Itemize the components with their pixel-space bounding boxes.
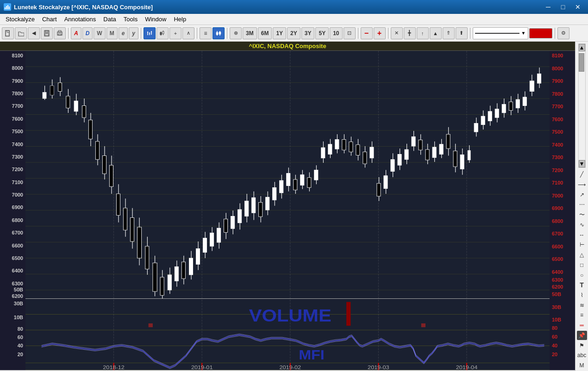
- svg-text:7700: 7700: [12, 103, 23, 109]
- draw-text-tool[interactable]: T: [577, 280, 587, 290]
- draw-pin-tool[interactable]: 📌: [577, 331, 587, 340]
- svg-rect-28: [219, 32, 221, 34]
- annotation-D[interactable]: D: [82, 27, 93, 39]
- zoom-in-button[interactable]: +: [374, 27, 386, 39]
- menu-stockalyze[interactable]: Stockalyze: [2, 15, 38, 24]
- draw-lines-tool[interactable]: ≡: [577, 311, 587, 320]
- range-button[interactable]: ⊡: [344, 27, 356, 39]
- menu-data[interactable]: Data: [100, 15, 119, 24]
- svg-rect-79: [50, 86, 54, 95]
- draw-ray-tool[interactable]: ⟶: [577, 180, 587, 189]
- open-button[interactable]: [15, 27, 27, 39]
- svg-text:6200: 6200: [12, 293, 23, 299]
- price-6400: 6400: [552, 269, 563, 275]
- draw-abc-tool[interactable]: abc: [577, 351, 587, 360]
- color-picker[interactable]: [529, 28, 552, 38]
- svg-rect-141: [273, 188, 276, 200]
- svg-rect-20: [163, 31, 164, 34]
- draw-zigzag-tool[interactable]: ∿: [577, 220, 587, 229]
- annotation-e[interactable]: e: [119, 27, 128, 39]
- timeframe-10[interactable]: 10: [330, 27, 342, 39]
- svg-text:30B: 30B: [14, 301, 23, 306]
- draw-fib-tool[interactable]: ⌇: [577, 291, 587, 300]
- timeframe-2y[interactable]: 2Y: [287, 27, 300, 39]
- crosshair-button[interactable]: ✕: [391, 27, 403, 39]
- maximize-button[interactable]: □: [557, 2, 569, 12]
- draw-dotted-tool[interactable]: ⋯: [577, 200, 587, 210]
- chart-type-arrow[interactable]: ∧: [182, 27, 194, 39]
- indicator-button4[interactable]: ⬆: [456, 27, 468, 39]
- svg-rect-89: [88, 120, 92, 139]
- draw-arrow-tool[interactable]: ↗: [577, 190, 587, 199]
- timeframe-5y[interactable]: 5Y: [315, 27, 329, 39]
- timeframe-1y[interactable]: 1Y: [273, 27, 286, 39]
- chart-type-5[interactable]: ≡: [200, 27, 212, 39]
- price-6500: 6500: [552, 256, 563, 262]
- line-style-dropdown[interactable]: ▼: [473, 27, 528, 39]
- svg-rect-191: [446, 134, 450, 148]
- draw-hline-tool[interactable]: ═: [577, 321, 587, 330]
- save-button[interactable]: [41, 27, 53, 39]
- settings-button[interactable]: ⚙: [557, 27, 569, 39]
- svg-rect-155: [321, 148, 325, 158]
- timeframe-3y[interactable]: 3Y: [301, 27, 315, 39]
- back-button[interactable]: ◀: [28, 27, 40, 39]
- vertical-scrollbar[interactable]: ▲ ▼: [578, 43, 586, 168]
- price-6700: 6700: [552, 231, 563, 236]
- draw-triangle-tool[interactable]: △: [577, 250, 587, 260]
- svg-rect-147: [294, 179, 297, 190]
- annotation-W[interactable]: W: [94, 27, 105, 39]
- svg-text:6800: 6800: [12, 217, 23, 223]
- draw-line-tool[interactable]: ╱: [577, 170, 587, 179]
- menu-annotations[interactable]: Annotations: [61, 15, 100, 24]
- chart-type-hlc[interactable]: [213, 27, 225, 39]
- svg-rect-87: [82, 105, 86, 117]
- v-scroll-up[interactable]: ▲: [579, 44, 585, 51]
- menu-tools[interactable]: Tools: [120, 15, 141, 24]
- svg-rect-193: [453, 151, 457, 167]
- x-label-apr: 2019-04: [456, 365, 478, 370]
- draw-wave-tool[interactable]: ≋: [577, 301, 587, 310]
- menu-help[interactable]: Help: [170, 15, 190, 24]
- draw-rect-tool[interactable]: □: [577, 260, 587, 270]
- annotation-A[interactable]: A: [71, 27, 81, 39]
- close-button[interactable]: ✕: [571, 2, 584, 12]
- chart-area[interactable]: 2018-12 2019-01 2019-02 2019-03 2019-04 …: [25, 51, 550, 370]
- svg-text:6900: 6900: [12, 204, 23, 210]
- draw-flag-tool[interactable]: ⚑: [577, 341, 587, 350]
- cursor-button[interactable]: ╋: [404, 27, 416, 39]
- print-button[interactable]: [54, 27, 66, 39]
- chart-type-bar[interactable]: [144, 27, 156, 39]
- zoom-out-button[interactable]: −: [361, 27, 373, 39]
- svg-rect-195: [460, 155, 464, 169]
- draw-ruler-tool[interactable]: ⊢: [577, 240, 587, 249]
- chart-container: ^IXIC, NASDAQ Composite 8100800079007800…: [0, 42, 575, 371]
- svg-rect-145: [287, 173, 290, 186]
- right-sidebar: ▲ ▼ ╱ ⟶ ↗ ⋯ 〜 ∿ ↔ ⊢ △ □ ○ T ⌇ ≋ ≡ ═ 📌 ⚑ …: [575, 42, 588, 371]
- compare-button[interactable]: ⊕: [230, 27, 242, 39]
- draw-label-tool[interactable]: M: [577, 361, 587, 370]
- svg-rect-219: [346, 302, 350, 326]
- new-button[interactable]: [2, 27, 14, 39]
- v-scroll-down[interactable]: ▼: [579, 160, 585, 167]
- chart-type-candle[interactable]: [156, 27, 169, 39]
- chart-type-plus[interactable]: +: [169, 27, 181, 39]
- draw-curve-tool[interactable]: 〜: [577, 210, 587, 219]
- draw-ellipse-tool[interactable]: ○: [577, 271, 587, 280]
- svg-rect-26: [216, 32, 218, 35]
- svg-rect-95: [109, 165, 113, 186]
- svg-rect-197: [468, 150, 470, 160]
- minimize-button[interactable]: ─: [542, 2, 555, 12]
- annotation-M[interactable]: M: [106, 27, 118, 39]
- menu-chart[interactable]: Chart: [38, 15, 61, 24]
- draw-long-tool[interactable]: ↔: [577, 230, 587, 240]
- timeframe-6m[interactable]: 6M: [258, 27, 272, 39]
- svg-rect-1: [6, 6, 7, 9]
- timeframe-3m[interactable]: 3M: [243, 27, 257, 39]
- indicator-button2[interactable]: ▲: [430, 27, 442, 39]
- menu-window[interactable]: Window: [141, 15, 170, 24]
- indicator-button1[interactable]: ↑: [417, 27, 429, 39]
- indicator-button3[interactable]: ⇑: [443, 27, 455, 39]
- v-scroll-thumb[interactable]: [579, 53, 584, 72]
- annotation-y[interactable]: y: [129, 27, 138, 39]
